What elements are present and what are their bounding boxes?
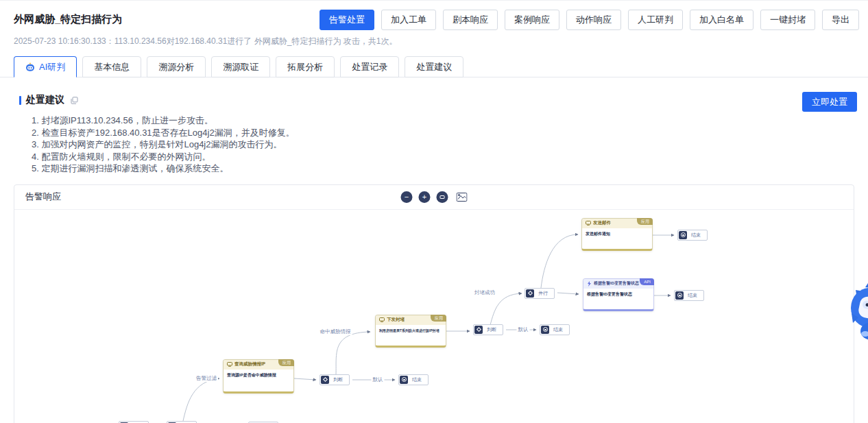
action-response-button[interactable]: 动作响应 [566, 10, 621, 30]
tab-label: 拓展分析 [287, 61, 323, 73]
api-bolt-icon [587, 281, 592, 287]
edge-label-block-success: 封堵成功 [473, 289, 496, 296]
node-label: 结束 [551, 326, 565, 333]
card-badge: 应用 [431, 315, 446, 322]
minimap-icon [457, 193, 468, 202]
suggestion-item: 5. 定期进行漏洞扫描和渗透测试，确保系统安全。 [32, 162, 854, 175]
edge-label-filter: 告警过滤 [195, 375, 218, 382]
tab-label: 基本信息 [94, 61, 130, 73]
app-icon [586, 221, 591, 226]
header-action-bar: 告警处置 加入工单 剧本响应 案例响应 动作响应 人工研判 加入白名单 一键封堵… [320, 10, 859, 30]
flow-node-end-5[interactable]: 结束 [674, 290, 704, 301]
app-icon [227, 362, 232, 367]
tab-label: AI研判 [39, 61, 65, 73]
card-badge: API [640, 278, 654, 285]
alert-summary-text: 2025-07-23 10:16:30.133：113.10.234.56对19… [0, 30, 868, 47]
card-body: 利用启明星辰T系列防火墙进行源IP封堵 [376, 325, 446, 346]
one-key-block-button[interactable]: 一键封堵 [760, 10, 815, 30]
node-label: 结束 [410, 376, 424, 383]
case-response-button[interactable]: 案例响应 [505, 10, 559, 30]
tab-trace-analysis[interactable]: 溯源分析 [147, 56, 206, 77]
decision-icon [321, 376, 329, 384]
fit-view-icon [440, 195, 445, 199]
ai-assistant-mascot[interactable] [849, 280, 868, 342]
tab-label: 处置记录 [352, 61, 387, 73]
page-header: 外网威胁_特定扫描行为 告警处置 加入工单 剧本响应 案例响应 动作响应 人工研… [0, 1, 868, 30]
alert-response-panel: 告警响应 − + [14, 184, 854, 423]
suggestion-list: 1. 封堵源IP113.10.234.56，防止进一步攻击。 2. 检查目标资产… [32, 114, 854, 175]
suggestion-item: 3. 加强对内网资产的监控，特别是针对Log4j2漏洞的攻击行为。 [32, 138, 854, 151]
zoom-in-button[interactable]: + [419, 191, 431, 203]
canvas-toolbar: − + [401, 191, 468, 203]
minimap-toggle[interactable] [457, 193, 468, 202]
flow-card-send-email[interactable]: 发送邮件 应用 发送邮件通知 [581, 218, 653, 251]
add-whitelist-button[interactable]: 加入白名单 [690, 10, 754, 30]
card-badge: 应用 [278, 359, 294, 366]
ai-robot-icon [25, 62, 35, 72]
export-button[interactable]: 导出 [822, 10, 859, 30]
flow-node-end-2[interactable]: 结束 [398, 374, 429, 385]
flow-card-query-threat-intel[interactable]: 查询威胁情报IP 应用 查询源IP是否命中威胁情报 [223, 359, 294, 394]
app-icon [379, 317, 385, 322]
manual-judge-button[interactable]: 人工研判 [628, 10, 683, 30]
node-label: 结束 [689, 232, 703, 239]
node-label: 结束 [686, 292, 699, 299]
flow-node-decision-1[interactable]: 判断 [167, 421, 197, 423]
tab-basic-info[interactable]: 基本信息 [82, 56, 141, 77]
card-body: 发送邮件通知 [582, 228, 652, 249]
flow-card-dispatch-block[interactable]: 下发封堵 应用 利用启明星辰T系列防火墙进行源IP封堵 [375, 315, 446, 348]
card-header: 查询威胁情报IP 应用 [224, 360, 293, 370]
tab-ai-judgement[interactable]: AI研判 [14, 56, 77, 77]
parallel-icon [526, 289, 534, 298]
decision-icon [474, 326, 483, 334]
suggestion-section: 处置建议 1. 封堵源IP113.10.234.56，防止进一步攻击。 2. 检… [0, 77, 868, 175]
card-header: 发送邮件 应用 [582, 219, 652, 228]
edge-label-hit-intel: 命中威胁情报 [319, 328, 352, 335]
node-label: 判断 [331, 376, 345, 383]
fit-view-button[interactable] [437, 191, 448, 203]
playbook-response-button[interactable]: 剧本响应 [443, 10, 498, 30]
tab-trace-evidence[interactable]: 溯源取证 [211, 56, 270, 77]
alert-handle-button[interactable]: 告警处置 [320, 10, 374, 30]
flow-node-end-4[interactable]: 结束 [677, 230, 708, 241]
flow-node-parallel[interactable]: 并行 [525, 288, 555, 299]
section-accent-bar [19, 96, 21, 105]
handle-now-button[interactable]: 立即处置 [802, 92, 857, 112]
card-header: 下发封堵 应用 [376, 315, 446, 325]
tab-label: 溯源取证 [223, 61, 258, 73]
playbook-canvas[interactable]: 告警过滤 默认 命中威胁情报 默认 封堵成功 默认 开始 判断 结束 判断 结束 [14, 210, 858, 423]
panel-title: 告警响应 [25, 191, 61, 203]
flow-card-update-alert-status[interactable]: 根据告警ID变更告警状态 API 根据告警ID变更告警状态 [583, 278, 654, 311]
card-title: 根据告警ID变更告警状态 [594, 280, 639, 287]
tab-extended-analysis[interactable]: 拓展分析 [276, 56, 335, 77]
suggestion-item: 2. 检查目标资产192.168.40.31是否存在Log4j2漏洞，并及时修复… [32, 127, 854, 139]
card-body: 根据告警ID变更告警状态 [583, 289, 653, 309]
flow-node-start[interactable]: 开始 [119, 421, 149, 423]
add-ticket-button[interactable]: 加入工单 [381, 10, 436, 30]
copy-icon[interactable] [71, 97, 78, 104]
flow-node-decision-2[interactable]: 判断 [320, 374, 350, 385]
page-title: 外网威胁_特定扫描行为 [14, 10, 122, 26]
end-icon [541, 326, 549, 334]
end-icon [400, 376, 408, 384]
flow-node-decision-3[interactable]: 判断 [473, 324, 503, 335]
tab-handle-suggestions[interactable]: 处置建议 [405, 56, 463, 77]
tab-label: 溯源分析 [158, 61, 194, 73]
edge-label-default: 默认 [372, 376, 385, 383]
card-badge: 应用 [637, 218, 653, 225]
card-body: 查询源IP是否命中威胁情报 [224, 370, 293, 391]
card-title: 下发封堵 [387, 317, 405, 323]
card-title: 查询威胁情报IP [234, 361, 265, 367]
end-icon [679, 231, 687, 239]
panel-header: 告警响应 − + [14, 185, 854, 210]
card-title: 发送邮件 [593, 220, 611, 226]
suggestion-item: 1. 封堵源IP113.10.234.56，防止进一步攻击。 [32, 114, 854, 127]
zoom-out-button[interactable]: − [401, 191, 413, 203]
tab-bar: AI研判 基本信息 溯源分析 溯源取证 拓展分析 处置记录 处置建议 [0, 56, 868, 77]
section-title: 处置建议 [26, 94, 64, 106]
flow-node-end-3[interactable]: 结束 [540, 324, 570, 335]
suggestion-item: 4. 配置防火墙规则，限制不必要的外网访问。 [32, 151, 854, 163]
node-label: 并行 [536, 290, 550, 297]
tab-label: 处置建议 [416, 61, 452, 73]
tab-handle-records[interactable]: 处置记录 [340, 56, 399, 77]
